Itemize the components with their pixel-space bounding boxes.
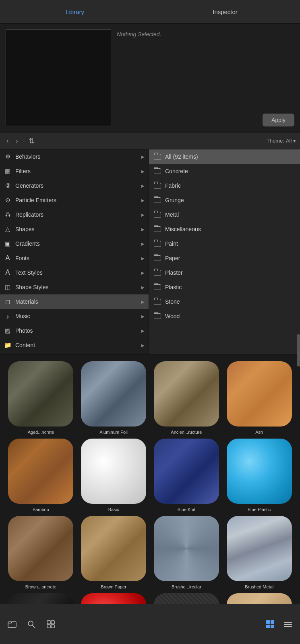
text-styles-icon: Ā (3, 268, 12, 277)
material-label-brown-concrete: Brown...oncrete (25, 584, 56, 589)
material-label-basic: Basic (108, 507, 119, 512)
sidebar-item-shapes[interactable]: △ Shapes ▶ (0, 222, 149, 236)
material-thumb-aluminum-foil (81, 361, 146, 427)
svg-rect-3 (47, 621, 50, 624)
sidebar-item-replicators[interactable]: ⁂ Replicators ▶ (0, 207, 149, 222)
material-item-blue-knit[interactable]: Blue Knit (152, 439, 221, 512)
header-tabs: Library Inspector (0, 0, 300, 24)
search-button[interactable] (26, 619, 37, 630)
theme-dropdown[interactable]: All ▾ (286, 138, 296, 144)
tab-inspector[interactable]: Inspector (150, 0, 300, 23)
sidebar-label-photos: Photos (15, 327, 141, 334)
menu-button[interactable] (282, 619, 294, 630)
folder-button[interactable] (6, 619, 18, 630)
folder-icon-all (154, 154, 161, 159)
category-concrete[interactable]: Concrete (149, 164, 300, 178)
category-paper[interactable]: Paper (149, 251, 300, 265)
material-item-ancient-structure[interactable]: Ancien...ructure (152, 361, 221, 435)
category-paint[interactable]: Paint (149, 236, 300, 251)
sidebar-arrow-materials: ▶ (141, 300, 145, 304)
category-grunge[interactable]: Grunge (149, 193, 300, 207)
sidebar-label-filters: Filters (15, 168, 141, 174)
sidebar-item-generators[interactable]: ② Generators ▶ (0, 178, 149, 193)
nav-back-button[interactable]: ‹ (4, 136, 11, 146)
material-item-bamboo[interactable]: Bamboo (6, 439, 75, 512)
material-item-brown-paper[interactable]: Brown Paper (79, 516, 148, 589)
sidebar-item-fonts[interactable]: A Fonts ▶ (0, 251, 149, 265)
material-label-brushed-circular: Brushe...ircular (172, 584, 201, 589)
behaviors-icon: ⚙ (3, 152, 12, 161)
folder-icon-grunge (154, 197, 161, 203)
sidebar-label-generators: Generators (15, 182, 141, 189)
sidebar-arrow-content: ▶ (141, 343, 145, 348)
material-label-blue-knit: Blue Knit (178, 507, 195, 512)
filters-icon: ▦ (3, 167, 12, 176)
nav-forward-button[interactable]: › (13, 136, 20, 146)
sidebar-arrow-text-styles: ▶ (141, 271, 145, 275)
view-toggle-button[interactable] (45, 619, 56, 630)
sidebar-item-gradients[interactable]: ▣ Gradients ▶ (0, 236, 149, 251)
material-thumb-ancient-structure (154, 361, 219, 427)
material-thumb-blue-plastic (227, 439, 292, 504)
folder-icon-plastic (154, 284, 161, 290)
material-item-brushed-circular[interactable]: Brushe...ircular (152, 516, 221, 589)
sidebar-item-photos[interactable]: ▨ Photos ▶ (0, 323, 149, 338)
sidebar-label-behaviors: Behaviors (15, 153, 141, 160)
tab-library[interactable]: Library (0, 0, 150, 23)
category-all[interactable]: All (92 items) (149, 149, 300, 164)
category-stone[interactable]: Stone (149, 294, 300, 309)
sidebar-arrow-generators: ▶ (141, 184, 145, 188)
sidebar-arrow-filters: ▶ (141, 169, 145, 174)
sidebar-label-text-styles: Text Styles (15, 269, 141, 276)
folder-icon-metal (154, 212, 161, 217)
material-label-aged-concrete: Aged...ncrete (28, 430, 54, 435)
material-item-blue-plastic[interactable]: Blue Plastic (225, 439, 294, 512)
category-metal[interactable]: Metal (149, 207, 300, 222)
category-plastic[interactable]: Plastic (149, 280, 300, 294)
content-icon: 📁 (3, 341, 12, 350)
sidebar-item-behaviors[interactable]: ⚙ Behaviors ▶ (0, 149, 149, 164)
sidebar-item-content[interactable]: 📁 Content ▶ (0, 338, 149, 352)
apply-button[interactable]: Apply (263, 114, 294, 126)
particle-emitters-icon: ⊙ (3, 196, 12, 205)
updown-button[interactable]: ⇅ (27, 136, 36, 146)
category-label-wood: Wood (165, 313, 180, 319)
material-item-aged-concrete[interactable]: Aged...ncrete (6, 361, 75, 435)
category-label-misc: Miscellaneous (165, 226, 201, 232)
generators-icon: ② (3, 181, 12, 190)
scrollbar-thumb[interactable] (297, 334, 300, 367)
material-label-brown-paper: Brown Paper (101, 584, 126, 589)
shape-styles-icon: ◫ (3, 283, 12, 292)
category-label-fabric: Fabric (165, 182, 181, 189)
material-item-brown-concrete[interactable]: Brown...oncrete (6, 516, 75, 589)
folder-icon-paper (154, 255, 161, 261)
sidebar-label-replicators: Replicators (15, 211, 141, 218)
material-item-ash[interactable]: Ash (225, 361, 294, 435)
sidebar-item-materials[interactable]: ◻ Materials ▶ (0, 294, 149, 309)
music-icon: ♪ (3, 312, 12, 321)
material-item-aluminum-foil[interactable]: Aluminum Foil (79, 361, 148, 435)
folder-icon-stone (154, 299, 161, 304)
category-fabric[interactable]: Fabric (149, 178, 300, 193)
sidebar-label-fonts: Fonts (15, 255, 141, 261)
material-item-basic[interactable]: Basic (79, 439, 148, 512)
category-wood[interactable]: Wood (149, 309, 300, 323)
sidebar-item-particle-emitters[interactable]: ⊙ Particle Emitters ▶ (0, 193, 149, 207)
sidebar-label-particle-emitters: Particle Emitters (15, 197, 141, 203)
category-miscellaneous[interactable]: Miscellaneous (149, 222, 300, 236)
folder-icon-paint (154, 241, 161, 246)
category-plaster[interactable]: Plaster (149, 265, 300, 280)
sidebar-arrow-photos: ▶ (141, 329, 145, 333)
sidebar-item-music[interactable]: ♪ Music ▶ (0, 309, 149, 323)
sidebar-item-shape-styles[interactable]: ◫ Shape Styles ▶ (0, 280, 149, 294)
sidebar-item-filters[interactable]: ▦ Filters ▶ (0, 164, 149, 178)
folder-icon-wood (154, 313, 161, 319)
sidebar-item-text-styles[interactable]: Ā Text Styles ▶ (0, 265, 149, 280)
material-thumb-brown-paper (81, 516, 146, 581)
grid-view-button[interactable] (266, 620, 274, 628)
folder-icon-plaster (154, 270, 161, 275)
sidebar-label-shape-styles: Shape Styles (15, 284, 141, 290)
category-label-plaster: Plaster (165, 269, 183, 276)
sidebar: ⚙ Behaviors ▶ ▦ Filters ▶ ② Generators ▶… (0, 149, 149, 354)
material-item-brushed-metal[interactable]: Brushed Metal (225, 516, 294, 589)
